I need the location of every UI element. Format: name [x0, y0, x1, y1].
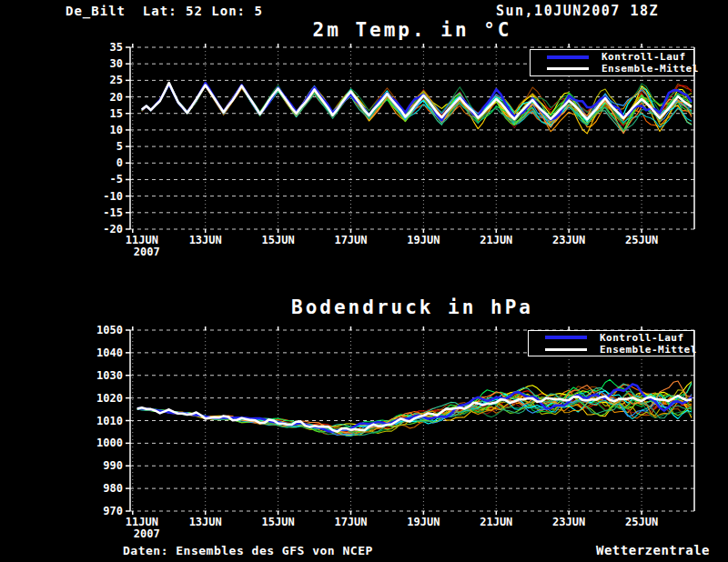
x-tick-label: 17JUN: [334, 234, 367, 246]
y-tick-label: 1040: [96, 346, 123, 359]
x-tick-sublabel: 2007: [134, 527, 160, 540]
x-tick-label: 21JUN: [480, 234, 512, 246]
control-run-label: Kontroll-Lauf: [600, 332, 684, 344]
station-header: De_Bilt Lat: 52 Lon: 5: [66, 4, 263, 18]
ensemble-mean-line-swatch: [547, 67, 589, 70]
temperature-chart-legend: Kontroll-Lauf Ensemble-Mittel: [530, 49, 694, 76]
x-tick-label: 25JUN: [625, 516, 658, 528]
y-tick-label: 1000: [96, 437, 123, 449]
data-source-credit: Daten: Ensembles des GFS von NCEP: [123, 544, 373, 557]
x-tick-label: 19JUN: [407, 234, 440, 246]
x-tick-label: 15JUN: [262, 516, 295, 528]
legend-row-control: Kontroll-Lauf: [531, 52, 693, 63]
y-tick-label: 1030: [96, 369, 123, 382]
pressure-chart-legend: Kontroll-Lauf Ensemble-Mittel: [528, 330, 694, 356]
x-tick-label: 11JUN: [126, 234, 158, 246]
x-tick-label: 19JUN: [407, 516, 440, 528]
x-tick-label: 25JUN: [625, 234, 658, 246]
legend-row-mean: Ensemble-Mittel: [529, 344, 693, 355]
y-tick-label: 5: [116, 140, 123, 153]
ensemble-series: [137, 379, 692, 436]
ensemble-series: [142, 83, 692, 134]
y-tick-label: 35: [110, 41, 123, 54]
y-tick-label: 990: [103, 459, 123, 472]
pressure-chart-title: Bodendruck in hPa: [130, 296, 694, 318]
x-tick-label: 11JUN: [126, 516, 158, 528]
y-tick-label: -5: [110, 173, 123, 186]
x-tick-label: 17JUN: [334, 516, 367, 528]
y-tick-label: 15: [110, 107, 123, 120]
y-tick-label: 20: [110, 91, 123, 104]
meteogram-page: 35302520151050-5-10-15-2011JUN200713JUN1…: [0, 0, 728, 562]
ensemble-mean-label: Ensemble-Mittel: [602, 63, 699, 75]
control-run-line-swatch: [545, 336, 587, 339]
y-tick-label: -15: [103, 206, 123, 219]
ensemble-member-line: [137, 381, 692, 433]
control-run-line-swatch: [547, 55, 589, 59]
brand-credit: Wetterzentrale: [596, 543, 710, 557]
legend-row-mean: Ensemble-Mittel: [531, 64, 693, 75]
ensemble-mean-label: Ensemble-Mittel: [600, 344, 697, 356]
temperature-chart-title: 2m Temp. in °C: [130, 19, 694, 41]
y-tick-label: -20: [103, 223, 123, 236]
x-tick-label: 21JUN: [480, 516, 512, 528]
y-tick-label: 0: [116, 156, 123, 169]
x-tick-label: 13JUN: [189, 516, 222, 528]
y-tick-label: 1010: [96, 415, 123, 427]
legend-row-control: Kontroll-Lauf: [529, 332, 693, 343]
x-tick-label: 23JUN: [552, 234, 585, 246]
y-tick-label: 970: [103, 505, 123, 517]
x-tick-sublabel: 2007: [134, 246, 160, 258]
x-tick-label: 23JUN: [552, 516, 585, 528]
x-tick-label: 15JUN: [262, 234, 295, 246]
y-tick-label: 1020: [96, 392, 123, 405]
y-tick-label: 30: [110, 57, 123, 70]
charts-canvas: 35302520151050-5-10-15-2011JUN200713JUN1…: [0, 0, 728, 562]
y-tick-label: 25: [110, 74, 123, 86]
control-run-label: Kontroll-Lauf: [602, 51, 686, 63]
y-tick-label: 980: [103, 482, 123, 495]
ensemble-mean-line-swatch: [545, 348, 587, 351]
y-tick-label: -10: [103, 190, 123, 203]
y-tick-label: 1050: [96, 324, 123, 336]
run-datetime-header: Sun,10JUN2007 18Z: [496, 3, 659, 19]
x-tick-label: 13JUN: [189, 234, 222, 246]
y-tick-label: 10: [110, 124, 123, 136]
control-run-line: [137, 384, 692, 431]
